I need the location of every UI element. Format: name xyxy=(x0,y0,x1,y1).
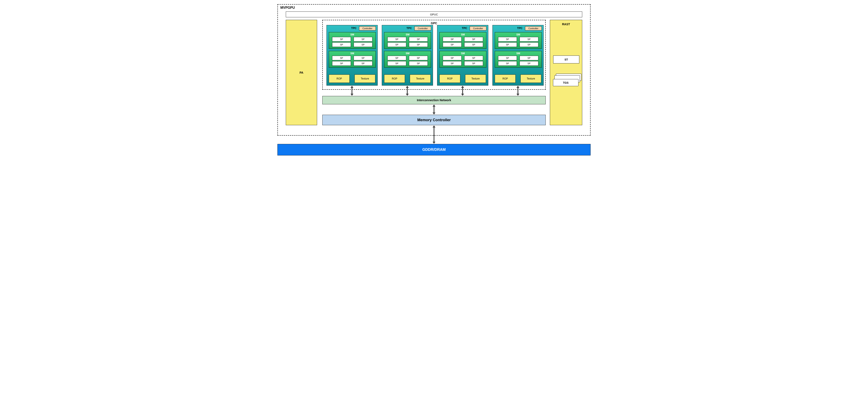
sp: SP xyxy=(353,56,372,60)
tpc-1-label: TPC xyxy=(406,27,412,30)
tpc-1: TPC Controller SM SP SP SP SP SM SP SP S… xyxy=(382,25,433,86)
interconnect-label: Interconnection Network xyxy=(417,98,451,102)
tpc-0: TPC Controller SM SP SP SP SP SM SP SP S… xyxy=(327,25,378,86)
sp: SP xyxy=(409,56,428,60)
sp: SP xyxy=(520,37,538,41)
diagram-canvas: MVPGPU GPUC PA RAST ST ... TGS GPC TPC C… xyxy=(275,4,593,159)
sp: SP xyxy=(443,37,462,41)
sp: SP xyxy=(353,42,372,47)
sp: SP xyxy=(332,37,351,41)
pa-label: PA xyxy=(300,71,303,74)
rast-block: RAST ST ... TGS xyxy=(550,20,582,125)
interconnect-block: Interconnection Network xyxy=(322,96,546,104)
tpc-3-rop: ROP xyxy=(495,74,516,83)
sp: SP xyxy=(332,56,351,60)
sp: SP xyxy=(332,42,351,47)
tpc-0-sm-1-label: SM xyxy=(350,52,354,55)
memctrl-label: Memory Controller xyxy=(417,118,451,122)
sp: SP xyxy=(443,42,462,47)
sp: SP xyxy=(388,61,406,66)
sp: SP xyxy=(332,61,351,66)
sp: SP xyxy=(388,56,406,60)
tpc-0-rop: ROP xyxy=(329,74,350,83)
rast-tgs-card-front: TGS xyxy=(553,79,579,86)
sp: SP xyxy=(388,42,406,47)
gpc-label: GPC xyxy=(431,22,437,25)
sp: SP xyxy=(464,37,483,41)
tpc-1-controller: Controller xyxy=(414,26,431,30)
sp: SP xyxy=(498,61,517,66)
tpc-1-sm-0: SM SP SP SP SP xyxy=(384,32,431,49)
arrow-memctrl-dram xyxy=(433,125,435,144)
tpc-0-sm-0-label: SM xyxy=(350,33,354,36)
gpuc-block: GPUC xyxy=(286,11,582,17)
tpc-2-controller: Controller xyxy=(470,26,487,30)
tpc-3: TPC Controller SM SP SP SP SP SM SP SP S… xyxy=(492,25,544,86)
sp: SP xyxy=(498,42,517,47)
tpc-2-label: TPC xyxy=(462,27,467,30)
sp: SP xyxy=(464,56,483,60)
sp: SP xyxy=(409,61,428,66)
tpc-1-sm-1: SM SP SP SP SP xyxy=(384,51,431,68)
sp: SP xyxy=(443,56,462,60)
sp: SP xyxy=(520,42,538,47)
arrow-tpc1-interconnect xyxy=(406,86,409,96)
dram-block: GDDR/DRAM xyxy=(277,144,591,156)
tpc-2-sm-0: SM SP SP SP SP xyxy=(439,32,487,49)
tpc-3-label: TPC xyxy=(517,27,523,30)
sp: SP xyxy=(409,37,428,41)
rast-st-label: ST xyxy=(564,58,568,61)
sp: SP xyxy=(464,42,483,47)
sp: SP xyxy=(520,61,538,66)
sp: SP xyxy=(353,61,372,66)
sp: SP xyxy=(409,42,428,47)
tpc-0-sm-1: SM SP SP SP SP xyxy=(329,51,376,68)
tpc-3-sm-0: SM SP SP SP SP xyxy=(495,32,542,49)
tpc-2: TPC Controller SM SP SP SP SP SM SP SP S… xyxy=(437,25,488,86)
sp: SP xyxy=(464,61,483,66)
sp: SP xyxy=(388,37,406,41)
tpc-2-texture: Texture xyxy=(465,74,486,83)
rast-label: RAST xyxy=(562,23,570,26)
tpc-0-label: TPC xyxy=(351,27,356,30)
memctrl-block: Memory Controller xyxy=(322,115,546,125)
arrow-tpc2-interconnect xyxy=(461,86,464,96)
sp: SP xyxy=(498,37,517,41)
sp: SP xyxy=(353,37,372,41)
sp: SP xyxy=(498,56,517,60)
tpc-0-texture: Texture xyxy=(354,74,375,83)
tpc-2-sm-1: SM SP SP SP SP xyxy=(439,51,487,68)
tpc-3-texture: Texture xyxy=(520,74,541,83)
tpc-2-rop: ROP xyxy=(439,74,460,83)
sp: SP xyxy=(520,56,538,60)
rast-tgs-label: TGS xyxy=(563,81,569,84)
sp: SP xyxy=(443,61,462,66)
arrow-interconnect-memctrl xyxy=(433,104,435,115)
arrow-tpc3-interconnect xyxy=(517,86,519,96)
tpc-3-controller: Controller xyxy=(525,26,542,30)
mvpgpu-label: MVPGPU xyxy=(280,6,295,9)
tpc-0-sm-0: SM SP SP SP SP xyxy=(329,32,376,49)
tpc-1-texture: Texture xyxy=(410,74,431,83)
tpc-0-controller: Controller xyxy=(359,26,376,30)
pa-block: PA xyxy=(286,20,317,125)
gpuc-label: GPUC xyxy=(430,13,438,16)
rast-st: ST xyxy=(553,56,579,63)
dram-label: GDDR/DRAM xyxy=(422,148,446,152)
arrow-tpc0-interconnect xyxy=(350,86,353,96)
tpc-3-sm-1: SM SP SP SP SP xyxy=(495,51,542,68)
tpc-1-rop: ROP xyxy=(384,74,405,83)
